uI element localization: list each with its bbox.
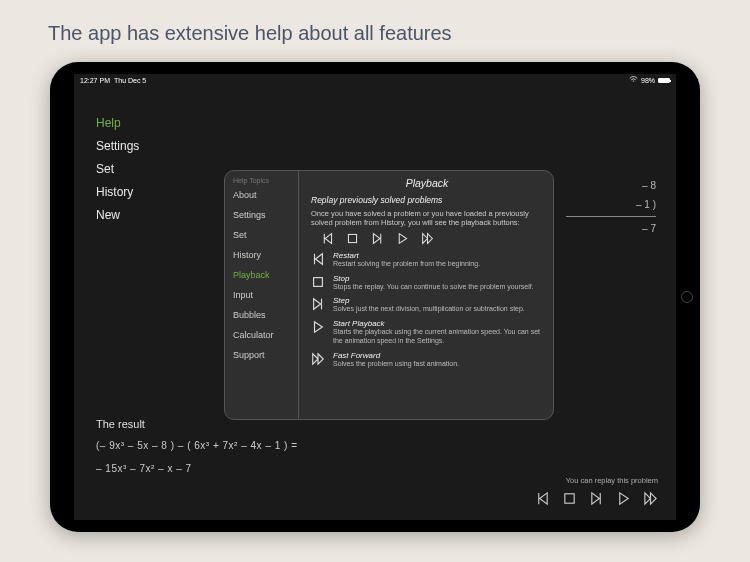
result-area: The result (– 9x³ – 5x – 8 ) – ( 6x³ + 7… [96,418,298,474]
menu-help[interactable]: Help [96,116,139,130]
battery-percent: 98% [641,77,655,84]
help-item-desc: Solves just the next division, multiplic… [333,305,525,314]
step-icon [311,297,325,311]
help-item-name: Restart [333,251,480,260]
step-button[interactable] [589,491,604,506]
play-icon [311,320,325,334]
play-button[interactable] [616,491,631,506]
topic-history[interactable]: History [233,250,298,260]
topic-support[interactable]: Support [233,350,298,360]
fastforward-icon [311,352,325,366]
screen: 12:27 PM Thu Dec 5 98% Help Settings Set… [74,74,676,520]
fastforward-icon [421,232,434,245]
help-item-stop: Stop Stops the replay. You can continue … [311,274,543,292]
topic-set[interactable]: Set [233,230,298,240]
replay-area: You can replay this problem [535,476,658,506]
help-panel: Help Topics About Settings Set History P… [224,170,554,420]
wifi-icon [629,76,638,84]
topic-settings[interactable]: Settings [233,210,298,220]
help-title: Playback [311,177,543,189]
home-button[interactable] [681,291,693,303]
help-item-name: Step [333,296,525,305]
step-icon [371,232,384,245]
help-item-desc: Solves the problem using fast animation. [333,360,459,369]
tablet-frame: 12:27 PM Thu Dec 5 98% Help Settings Set… [50,62,700,532]
math-line: – 8 [566,176,656,195]
help-item-restart: Restart Restart solving the problem from… [311,251,543,269]
help-item-fastforward: Fast Forward Solves the problem using fa… [311,351,543,369]
menu-history[interactable]: History [96,185,139,199]
stop-icon [346,232,359,245]
help-item-step: Step Solves just the next division, mult… [311,296,543,314]
help-item-desc: Stops the replay. You can continue to so… [333,283,534,292]
stop-button[interactable] [562,491,577,506]
main-menu: Help Settings Set History New [96,116,139,222]
result-header: The result [96,418,298,430]
marketing-caption: The app has extensive help about all fea… [48,22,452,45]
fastforward-button[interactable] [643,491,658,506]
topic-bubbles[interactable]: Bubbles [233,310,298,320]
topic-about[interactable]: About [233,190,298,200]
help-item-desc: Restart solving the problem from the beg… [333,260,480,269]
playback-icons-preview [321,232,543,245]
help-intro: Once you have solved a problem or you ha… [311,209,543,228]
help-item-play: Start Playback Starts the playback using… [311,319,543,346]
restart-button[interactable] [535,491,550,506]
help-item-desc: Starts the playback using the current an… [333,328,543,346]
status-bar: 12:27 PM Thu Dec 5 98% [74,74,676,84]
replay-hint: You can replay this problem [535,476,658,485]
svg-rect-1 [314,277,323,286]
status-date: Thu Dec 5 [114,77,146,84]
help-content: Playback Replay previously solved proble… [299,171,553,419]
battery-icon [658,78,670,83]
help-item-name: Start Playback [333,319,543,328]
topic-input[interactable]: Input [233,290,298,300]
topic-playback[interactable]: Playback [233,270,298,280]
stop-icon [311,275,325,289]
restart-icon [311,252,325,266]
svg-rect-0 [348,234,356,242]
math-rule [566,216,656,217]
help-subtitle: Replay previously solved problems [311,195,543,205]
worked-problem: – 8 – 1 ) – 7 [566,176,656,238]
help-item-name: Stop [333,274,534,283]
svg-rect-2 [565,494,574,503]
menu-new[interactable]: New [96,208,139,222]
help-topics-header: Help Topics [233,177,298,184]
result-answer: – 15x³ – 7x² – x – 7 [96,463,298,474]
help-topics-list: Help Topics About Settings Set History P… [225,171,299,419]
help-item-name: Fast Forward [333,351,459,360]
menu-settings[interactable]: Settings [96,139,139,153]
result-expression: (– 9x³ – 5x – 8 ) – ( 6x³ + 7x² – 4x – 1… [96,440,298,451]
status-time: 12:27 PM [80,77,110,84]
menu-set[interactable]: Set [96,162,139,176]
math-line: – 1 ) [566,195,656,214]
restart-icon [321,232,334,245]
math-line: – 7 [566,219,656,238]
play-icon [396,232,409,245]
topic-calculator[interactable]: Calculator [233,330,298,340]
